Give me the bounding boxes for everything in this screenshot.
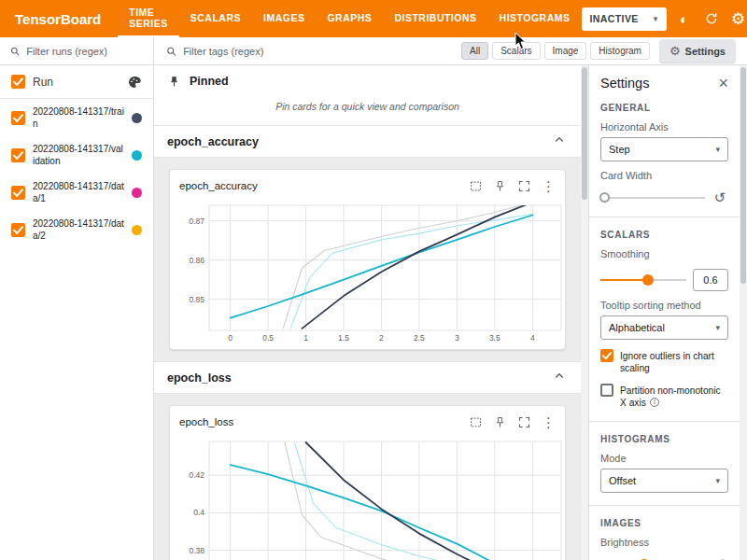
chevron-up-icon[interactable] (551, 368, 568, 387)
filter-chip-all[interactable]: All (461, 42, 488, 60)
close-icon[interactable]: × (718, 75, 728, 91)
filter-chip-scalars[interactable]: Scalars (492, 42, 540, 60)
svg-text:0.87: 0.87 (189, 217, 204, 226)
svg-text:0.38: 0.38 (189, 546, 204, 555)
gear-icon[interactable]: ⚙ (729, 9, 747, 28)
card-title: epoch_accuracy (179, 180, 258, 191)
reset-icon[interactable]: ↺ (712, 190, 728, 204)
run-row[interactable]: 20220808-141317/validation (0, 136, 153, 174)
svg-text:0.42: 0.42 (189, 470, 204, 480)
search-icon (9, 45, 21, 58)
horizontal-axis-select[interactable]: Step ▾ (600, 137, 728, 161)
partition-x-axis-checkbox[interactable]: Partition non-monotonic X axis (600, 385, 728, 409)
run-name: 20220808-141317/data/2 (33, 217, 124, 242)
section-header-epoch_accuracy[interactable]: epoch_accuracy (154, 126, 581, 158)
card-width-slider[interactable] (600, 191, 705, 204)
chevron-down-icon: ▾ (715, 145, 720, 154)
tag-section-epoch_accuracy: epoch_accuracyepoch_accuracy⋮00.511.522.… (154, 126, 581, 362)
main-scrollbar[interactable] (581, 65, 588, 560)
pinned-title: Pinned (190, 75, 229, 88)
fullscreen-icon[interactable] (517, 415, 531, 429)
chevron-up-icon[interactable] (551, 132, 568, 151)
run-checkbox[interactable] (11, 111, 25, 125)
tooltip-sorting-select[interactable]: Alphabetical ▾ (600, 315, 728, 340)
svg-text:2: 2 (379, 333, 384, 343)
run-checkbox[interactable] (11, 186, 25, 200)
filter-tags-box (154, 45, 461, 58)
slider-thumb[interactable] (642, 274, 654, 286)
general-section-heading: GENERAL (600, 103, 728, 113)
select-all-runs-checkbox[interactable] (11, 75, 25, 89)
scalar-card-epoch_loss: epoch_loss⋮00.511.522.533.540.360.380.40… (169, 405, 566, 560)
data-selection-icon[interactable] (469, 415, 483, 429)
svg-text:2.5: 2.5 (414, 333, 425, 343)
svg-text:0.5: 0.5 (262, 333, 274, 343)
search-icon (165, 45, 177, 58)
scalars-section-heading: SCALARS (600, 230, 728, 240)
images-section-heading: IMAGES (600, 518, 728, 528)
fullscreen-icon[interactable] (517, 179, 531, 193)
filter-tags-input[interactable] (183, 46, 450, 57)
section-title: epoch_accuracy (167, 135, 259, 148)
data-selection-icon[interactable] (469, 179, 483, 193)
settings-panel: Settings × GENERAL Horizontal Axis Step … (588, 65, 740, 560)
section-body: epoch_loss⋮00.511.522.533.540.360.380.40… (154, 394, 581, 560)
slider-thumb[interactable] (599, 192, 610, 203)
filter-runs-input[interactable] (26, 46, 144, 57)
filter-chip-histogram[interactable]: Histogram (590, 42, 650, 60)
tab-histograms[interactable]: HISTOGRAMS (488, 0, 582, 37)
card-width-label: Card Width (600, 170, 728, 181)
run-checkbox[interactable] (11, 148, 25, 162)
kebab-menu-icon[interactable]: ⋮ (542, 179, 556, 193)
tab-time-series[interactable]: TIME SERIES (118, 0, 179, 37)
refresh-icon[interactable] (702, 9, 721, 28)
app-header: TensorBoard TIME SERIESSCALARSIMAGESGRAP… (0, 0, 747, 37)
smoothing-slider[interactable] (600, 273, 686, 287)
histograms-section-heading: HISTOGRAMS (600, 434, 728, 444)
smoothing-label: Smoothing (600, 248, 728, 259)
chart-epoch_loss[interactable]: 00.511.522.533.540.360.380.40.42 (176, 434, 572, 560)
chevron-down-icon: ▾ (654, 14, 658, 23)
pin-icon (167, 75, 181, 89)
histogram-mode-select[interactable]: Offset ▾ (600, 469, 728, 493)
runs-column-header: Run (33, 76, 53, 89)
filter-toolbar: AllScalarsImageHistogram ⚙ Settings (0, 37, 747, 65)
tab-distributions[interactable]: DISTRIBUTIONS (383, 0, 487, 37)
svg-text:4: 4 (530, 333, 535, 343)
scrollbar-thumb[interactable] (740, 67, 746, 284)
pin-icon[interactable] (493, 179, 507, 193)
run-row[interactable]: 20220808-141317/train (0, 99, 153, 136)
run-name: 20220808-141317/validation (33, 143, 124, 167)
info-icon[interactable] (649, 397, 660, 408)
status-dropdown[interactable]: INACTIVE ▾ (582, 7, 667, 31)
scrollbar-thumb[interactable] (582, 67, 587, 200)
pin-icon[interactable] (493, 415, 507, 429)
theme-toggle-icon[interactable]: ◐ (675, 9, 694, 28)
run-row[interactable]: 20220808-141317/data/1 (0, 174, 153, 211)
filter-runs-box (0, 37, 154, 64)
checkbox-icon (600, 349, 613, 362)
scalar-card-epoch_accuracy: epoch_accuracy⋮00.511.522.533.540.850.86… (169, 169, 566, 350)
ignore-outliers-checkbox[interactable]: Ignore outliers in chart scaling (600, 350, 728, 374)
panel-scrollbar[interactable] (740, 65, 747, 560)
histogram-mode-label: Mode (600, 453, 728, 464)
chevron-down-icon: ▾ (715, 323, 720, 332)
tab-graphs[interactable]: GRAPHS (316, 0, 383, 37)
run-name: 20220808-141317/train (33, 105, 124, 130)
run-checkbox[interactable] (11, 223, 25, 237)
palette-icon[interactable] (127, 75, 142, 90)
smoothing-value-input[interactable]: 0.6 (693, 269, 728, 291)
run-color-dot (132, 188, 142, 198)
card-title: epoch_loss (179, 416, 233, 427)
tab-images[interactable]: IMAGES (252, 0, 316, 37)
checkbox-icon (600, 384, 613, 397)
brightness-label: Brightness (600, 537, 728, 548)
kebab-menu-icon[interactable]: ⋮ (542, 415, 556, 429)
settings-button[interactable]: ⚙ Settings (659, 39, 736, 63)
filter-chip-image[interactable]: Image (544, 42, 587, 60)
chart-epoch_accuracy[interactable]: 00.511.522.533.540.850.860.87 (176, 198, 572, 347)
run-list: 20220808-141317/train20220808-141317/val… (0, 99, 153, 248)
section-header-epoch_loss[interactable]: epoch_loss (154, 362, 581, 394)
run-row[interactable]: 20220808-141317/data/2 (0, 211, 153, 248)
tab-scalars[interactable]: SCALARS (179, 0, 252, 37)
